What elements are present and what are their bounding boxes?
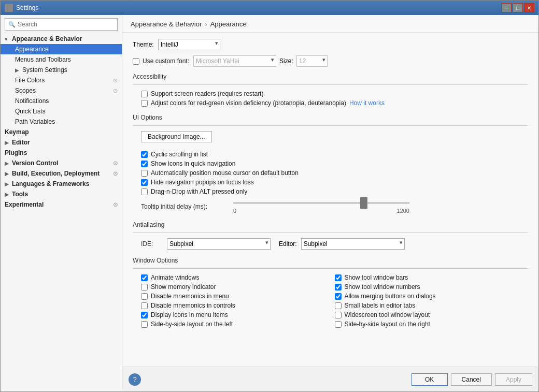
show-icons-checkbox[interactable] bbox=[141, 161, 148, 167]
custom-font-checkbox[interactable] bbox=[133, 58, 139, 65]
main-panel: Appearance & Behavior › Appearance Theme… bbox=[122, 15, 538, 391]
ok-button[interactable]: OK bbox=[412, 373, 448, 386]
help-button[interactable]: ? bbox=[129, 373, 141, 386]
cyclic-scrolling-checkbox[interactable] bbox=[141, 151, 148, 158]
sidebar-item-experimental[interactable]: Experimental ⊙ bbox=[1, 199, 122, 210]
search-input[interactable] bbox=[18, 21, 114, 28]
search-box[interactable]: 🔍 bbox=[5, 18, 118, 31]
side-by-side-left-label[interactable]: Side-by-side layout on the left bbox=[151, 321, 233, 328]
close-button[interactable]: ✕ bbox=[524, 3, 534, 12]
sidebar-item-path-variables[interactable]: Path Variables bbox=[1, 117, 122, 127]
minimize-button[interactable]: ─ bbox=[501, 3, 512, 12]
sidebar-item-tools[interactable]: ▶ Tools bbox=[1, 189, 122, 199]
disable-mnemonics-controls-label[interactable]: Disable mnemonics in controls bbox=[151, 302, 235, 309]
sidebar-item-plugins[interactable]: Plugins bbox=[1, 148, 122, 158]
show-tool-numbers-label[interactable]: Show tool window numbers bbox=[345, 283, 420, 291]
sidebar-item-system-settings[interactable]: ▶ System Settings bbox=[1, 65, 122, 75]
sidebar-item-notifications[interactable]: Notifications bbox=[1, 96, 122, 106]
sidebar-item-version-control[interactable]: ▶ Version Control ⊙ bbox=[1, 158, 122, 168]
size-select-wrapper: 12 bbox=[296, 55, 328, 67]
show-tool-bars-checkbox[interactable] bbox=[335, 274, 342, 281]
breadcrumb-part2: Appearance bbox=[210, 20, 247, 28]
allow-merging-checkbox[interactable] bbox=[335, 293, 342, 300]
expand-arrow: ▶ bbox=[15, 67, 21, 73]
screen-readers-checkbox[interactable] bbox=[141, 91, 148, 97]
sidebar-item-label: Appearance bbox=[15, 46, 49, 53]
window-options-columns: Animate windows Show memory indicator Di… bbox=[133, 274, 528, 330]
sidebar-item-appearance[interactable]: Appearance bbox=[1, 44, 122, 54]
side-by-side-right-checkbox[interactable] bbox=[335, 321, 342, 328]
auto-position-checkbox[interactable] bbox=[141, 170, 148, 177]
sidebar-item-label: Tools bbox=[12, 191, 28, 198]
drag-n-drop-label[interactable]: Drag-n-Drop with ALT pressed only bbox=[151, 188, 247, 195]
sidebar-item-menus-toolbars[interactable]: Menus and Toolbars bbox=[1, 54, 122, 65]
display-icons-menu-label[interactable]: Display icons in menu items bbox=[151, 311, 228, 318]
ide-aa-select[interactable]: Subpixel Greyscale None bbox=[167, 238, 271, 250]
sidebar-item-label: Languages & Frameworks bbox=[12, 180, 89, 187]
sidebar-item-label: System Settings bbox=[22, 66, 67, 74]
small-labels-label[interactable]: Small labels in editor tabs bbox=[345, 302, 416, 309]
widescreen-label[interactable]: Widescreen tool window layout bbox=[345, 311, 430, 318]
editor-aa-select[interactable]: Subpixel Greyscale None bbox=[301, 238, 405, 250]
animate-windows-row: Animate windows bbox=[141, 274, 335, 281]
sidebar-item-keymap[interactable]: Keymap bbox=[1, 127, 122, 137]
drag-n-drop-checkbox[interactable] bbox=[141, 188, 148, 195]
show-tool-bars-label[interactable]: Show tool window bars bbox=[345, 274, 408, 281]
color-deficiency-label[interactable]: Adjust colors for red-green vision defic… bbox=[151, 99, 346, 107]
search-icon: 🔍 bbox=[8, 21, 16, 28]
size-select[interactable]: 12 bbox=[296, 55, 328, 67]
disable-mnemonics-menu-checkbox[interactable] bbox=[141, 293, 148, 300]
expand-arrow: ▶ bbox=[5, 161, 11, 166]
screen-readers-label[interactable]: Support screen readers (requires restart… bbox=[151, 90, 263, 97]
sidebar-item-languages-frameworks[interactable]: ▶ Languages & Frameworks bbox=[1, 179, 122, 189]
cancel-button[interactable]: Cancel bbox=[451, 373, 492, 386]
font-select[interactable]: Microsoft YaHei bbox=[193, 55, 276, 67]
widescreen-row: Widescreen tool window layout bbox=[335, 311, 529, 318]
side-by-side-right-label[interactable]: Side-by-side layout on the right bbox=[345, 321, 430, 328]
widescreen-checkbox[interactable] bbox=[335, 312, 342, 318]
ui-options-content: Background Image... Cyclic scrolling in … bbox=[133, 131, 528, 214]
show-memory-checkbox[interactable] bbox=[141, 284, 148, 291]
apply-button[interactable]: Apply bbox=[495, 373, 532, 386]
auto-position-label[interactable]: Automatically position mouse cursor on d… bbox=[151, 169, 299, 177]
side-by-side-left-checkbox[interactable] bbox=[141, 321, 148, 328]
sidebar-item-file-colors[interactable]: File Colors ⊙ bbox=[1, 75, 122, 85]
background-image-button[interactable]: Background Image... bbox=[141, 131, 212, 142]
small-labels-checkbox[interactable] bbox=[335, 302, 342, 309]
theme-select-wrapper: IntelliJ Darcula High Contrast bbox=[158, 39, 220, 50]
screen-readers-row: Support screen readers (requires restart… bbox=[133, 90, 528, 97]
allow-merging-label[interactable]: Allow merging buttons on dialogs bbox=[345, 293, 436, 300]
how-it-works-link[interactable]: How it works bbox=[349, 99, 385, 107]
side-by-side-right-row: Side-by-side layout on the right bbox=[335, 321, 529, 328]
show-memory-label[interactable]: Show memory indicator bbox=[151, 283, 216, 291]
theme-select[interactable]: IntelliJ Darcula High Contrast bbox=[158, 39, 220, 50]
ui-options-divider bbox=[133, 125, 528, 126]
color-deficiency-checkbox[interactable] bbox=[141, 100, 148, 107]
tooltip-slider-row: Tooltip initial delay (ms): 0 1200 bbox=[141, 199, 528, 214]
sidebar-item-appearance-behavior[interactable]: ▾ Appearance & Behavior bbox=[1, 34, 122, 44]
maximize-button[interactable]: □ bbox=[513, 3, 523, 12]
animate-windows-label[interactable]: Animate windows bbox=[151, 274, 199, 281]
disable-mnemonics-menu-label[interactable]: Disable mnemonics in menu bbox=[151, 293, 229, 300]
display-icons-menu-checkbox[interactable] bbox=[141, 312, 148, 318]
custom-font-label[interactable]: Use custom font: bbox=[143, 57, 189, 65]
editor-aa-select-wrapper: Subpixel Greyscale None bbox=[301, 238, 405, 250]
sidebar-item-label: Quick Lists bbox=[15, 108, 46, 115]
breadcrumb: Appearance & Behavior › Appearance bbox=[122, 15, 538, 33]
auto-position-row: Automatically position mouse cursor on d… bbox=[141, 169, 528, 177]
sidebar-item-editor[interactable]: ▶ Editor bbox=[1, 137, 122, 148]
animate-windows-checkbox[interactable] bbox=[141, 274, 148, 281]
tooltip-slider[interactable] bbox=[233, 199, 409, 207]
show-icons-label[interactable]: Show icons in quick navigation bbox=[151, 160, 235, 167]
show-tool-numbers-checkbox[interactable] bbox=[335, 284, 342, 291]
show-icons-row: Show icons in quick navigation bbox=[141, 160, 528, 167]
disable-mnemonics-controls-checkbox[interactable] bbox=[141, 302, 148, 309]
sidebar-item-quick-lists[interactable]: Quick Lists bbox=[1, 106, 122, 117]
hide-nav-checkbox[interactable] bbox=[141, 179, 148, 186]
title-bar: Settings ─ □ ✕ bbox=[1, 1, 538, 15]
sidebar-item-scopes[interactable]: Scopes ⊙ bbox=[1, 85, 122, 96]
cyclic-scrolling-label[interactable]: Cyclic scrolling in list bbox=[151, 151, 208, 158]
hide-nav-label[interactable]: Hide navigation popups on focus loss bbox=[151, 179, 254, 186]
disable-mnemonics-menu-row: Disable mnemonics in menu bbox=[141, 293, 335, 300]
sidebar-item-build-execution[interactable]: ▶ Build, Execution, Deployment ⊙ bbox=[1, 168, 122, 179]
